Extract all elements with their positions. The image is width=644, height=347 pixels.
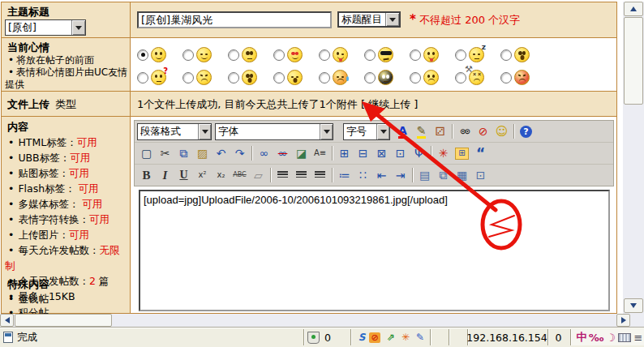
preview-button[interactable]: ⊡: [471, 167, 490, 184]
horizontal-rule-button[interactable]: A≡: [311, 145, 329, 162]
insert-row-button[interactable]: ⊟: [354, 145, 372, 162]
mood-radio-frown[interactable]: [182, 72, 194, 84]
paste-button[interactable]: ▨: [193, 145, 212, 162]
scroll-down-button[interactable]: [624, 298, 643, 313]
align-right-button[interactable]: [311, 167, 329, 184]
mood-radio-sad[interactable]: [410, 72, 421, 84]
mood-radio-shocked[interactable]: [500, 49, 512, 61]
outdent-button[interactable]: ⇤: [372, 167, 391, 184]
insert-link-button[interactable]: ∞: [255, 145, 273, 162]
font-family-select[interactable]: 字体: [215, 123, 333, 140]
paragraph-format-select[interactable]: 段落格式: [137, 123, 212, 140]
ime-toolbar-icon[interactable]: ≡: [631, 331, 644, 344]
remove-link-button[interactable]: ∞: [273, 145, 292, 162]
ime-keyboard-icon[interactable]: [618, 333, 631, 342]
insert-emoticon-button[interactable]: ☺: [492, 123, 511, 140]
content-rule-item: •表情字符转换：可用: [5, 212, 128, 227]
messenger-icon[interactable]: S: [354, 331, 369, 344]
mood-radio-sweat[interactable]: [319, 72, 330, 84]
ime-punctuation-icon[interactable]: ☽: [603, 331, 618, 344]
chevron-down-icon[interactable]: [71, 20, 85, 35]
editor-cell: 段落格式字体字号A✎⚂⊙⊙⊘☺?▢✂⧉▨↶↷∞∞◪A≡⊞⊟⊠⊡Ψ✳⊞“BIUx²…: [131, 117, 616, 313]
mood-radio-cry-loud[interactable]: [273, 72, 285, 84]
star-plugin-icon[interactable]: ✳: [398, 331, 413, 344]
ime-width-icon[interactable]: ‰: [589, 331, 603, 344]
horizontal-scrollbar-thumb[interactable]: [15, 314, 112, 327]
indent-button[interactable]: ⇥: [391, 167, 410, 184]
new-document-button[interactable]: ▢: [137, 145, 156, 162]
mood-radio-question[interactable]: [137, 72, 148, 84]
insert-image-button[interactable]: ◪: [292, 145, 311, 162]
popup-blocker-icon[interactable]: ⊘: [369, 332, 380, 343]
special-item-label: 金钱帖: [18, 293, 49, 305]
continue-upload-link[interactable]: [ 继续上传 ]: [361, 98, 418, 110]
chevron-down-icon[interactable]: [385, 13, 399, 26]
insert-cube-button[interactable]: ⚂: [431, 123, 449, 140]
content-rule-item: •多媒体标签： 可用: [5, 196, 128, 212]
trash-bucket-icon[interactable]: [307, 332, 320, 344]
mood-radio-tongue-wink[interactable]: [319, 49, 330, 61]
subscript-button[interactable]: x₂: [212, 167, 230, 184]
edit-page-icon[interactable]: ✎: [413, 331, 427, 344]
mood-radio-shout[interactable]: [228, 72, 239, 84]
insert-quote-button[interactable]: “: [471, 145, 490, 162]
vertical-scrollbar-thumb[interactable]: [624, 17, 643, 105]
help-button[interactable]: ?: [517, 123, 535, 140]
ordered-list-icon: ≔: [339, 169, 350, 181]
mood-radio-dark-face[interactable]: [364, 72, 376, 84]
upload-status-cell: 1个文件上传成功, 目前今天总共上传了1个附件 [ 继续上传 ]: [131, 92, 616, 117]
superscript-button[interactable]: x²: [193, 167, 212, 184]
paste-text-button[interactable]: ▤: [415, 167, 434, 184]
find-button[interactable]: ⊙⊙: [455, 123, 474, 140]
send-page-icon[interactable]: ⇗: [384, 331, 398, 344]
insert-column-button[interactable]: ⊠: [372, 145, 391, 162]
copy-button[interactable]: ⧉: [174, 145, 193, 162]
scroll-left-button[interactable]: [0, 314, 14, 327]
strikethrough-button[interactable]: ABC: [230, 167, 249, 184]
forbid-flag-button[interactable]: ⊘: [474, 123, 492, 140]
merge-cell-button[interactable]: Ψ: [410, 145, 428, 162]
ordered-list-button[interactable]: ≔: [335, 167, 354, 184]
vertical-scrollbar: [623, 2, 644, 314]
mood-radio-smile[interactable]: [137, 49, 148, 61]
editor-textarea[interactable]: [upload=jpg]UploadFile/2006-10/200610109…: [139, 190, 610, 311]
paste-word-button[interactable]: ⧉: [434, 167, 453, 184]
mood-radio-love[interactable]: [273, 49, 285, 61]
emoticon-dark-face-icon: [378, 70, 393, 85]
remove-format-button[interactable]: ▱: [249, 167, 268, 184]
align-left-button[interactable]: [273, 167, 292, 184]
unordered-list-button[interactable]: ∷: [354, 167, 372, 184]
bold-button[interactable]: B: [137, 167, 156, 184]
cut-icon: ✂: [161, 148, 170, 159]
align-left-icon: [277, 171, 288, 179]
redo-button[interactable]: ↷: [230, 145, 249, 162]
topic-category-select[interactable]: [原创]: [5, 19, 86, 36]
mood-radio-cool[interactable]: [364, 49, 376, 61]
split-cell-button[interactable]: ⊡: [391, 145, 410, 162]
mood-radio-blush[interactable]: [228, 49, 239, 61]
mood-radio-naughty[interactable]: [410, 49, 421, 61]
font-size-select[interactable]: 字号: [343, 123, 390, 140]
insert-flash-button[interactable]: ✳: [434, 145, 453, 162]
scroll-right-button[interactable]: [616, 314, 630, 327]
mood-radio-sleepy[interactable]: [455, 49, 466, 61]
title-highlight-select[interactable]: 标题醒目: [337, 11, 401, 28]
scroll-up-button[interactable]: [624, 2, 643, 16]
topic-title-input[interactable]: [137, 11, 332, 28]
ime-mode-icon[interactable]: 中: [574, 331, 589, 344]
toolbar-separator: [268, 167, 273, 183]
font-color-button[interactable]: A: [393, 123, 412, 140]
special-item[interactable]: •金钱帖: [5, 292, 127, 306]
highlight-button[interactable]: ✎: [412, 123, 431, 140]
mood-radio-angry-red[interactable]: [500, 72, 512, 84]
italic-button[interactable]: I: [156, 167, 174, 184]
emoticon-sweat-icon: [333, 70, 348, 85]
source-code-button[interactable]: ▦: [453, 167, 471, 184]
insert-table-button[interactable]: ⊞: [335, 145, 354, 162]
insert-media-button[interactable]: ⊞: [453, 145, 471, 162]
underline-button[interactable]: U: [174, 167, 193, 184]
mood-radio-titter[interactable]: [182, 49, 194, 61]
align-center-button[interactable]: [292, 167, 311, 184]
cut-button[interactable]: ✂: [156, 145, 174, 162]
undo-button[interactable]: ↶: [212, 145, 230, 162]
